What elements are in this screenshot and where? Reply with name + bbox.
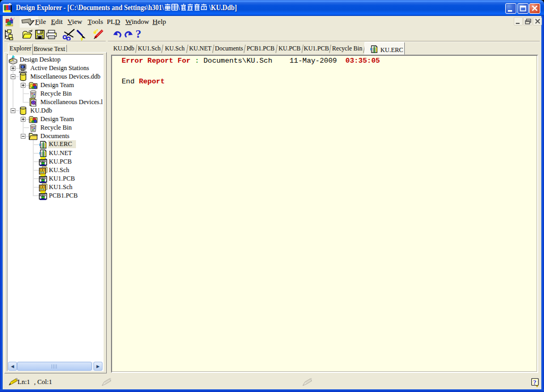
svg-text:?: ? xyxy=(533,379,537,386)
